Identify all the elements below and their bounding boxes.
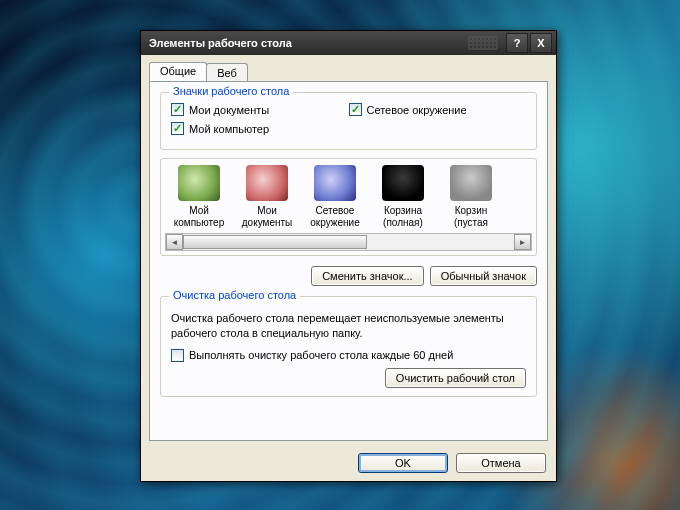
- check-label: Выполнять очистку рабочего стола каждые …: [189, 349, 453, 361]
- scroll-right-icon[interactable]: ►: [514, 234, 531, 250]
- cleanup-description: Очистка рабочего стола перемещает неиспо…: [171, 311, 526, 341]
- icon-label: (полная): [371, 217, 435, 229]
- cancel-button[interactable]: Отмена: [456, 453, 546, 473]
- icon-preview-strip: Мой компьютер Мои документы Сетевое окру…: [160, 158, 537, 256]
- dialog-buttons: OK Отмена: [358, 453, 546, 473]
- window-title: Элементы рабочего стола: [149, 37, 468, 49]
- icon-label: компьютер: [167, 217, 231, 229]
- icon-label: окружение: [303, 217, 367, 229]
- scroll-track[interactable]: [183, 235, 514, 249]
- my-documents-icon: [246, 165, 288, 201]
- group-desktop-cleanup: Очистка рабочего стола Очистка рабочего …: [160, 296, 537, 397]
- titlebar[interactable]: Элементы рабочего стола ? X: [141, 31, 556, 55]
- clean-desktop-button[interactable]: Очистить рабочий стол: [385, 368, 526, 388]
- check-label: Мой компьютер: [189, 123, 269, 135]
- group-desktop-icons: Значки рабочего стола Мои документы Сете…: [160, 92, 537, 150]
- icon-label: Корзина: [371, 205, 435, 217]
- icon-item-my-computer[interactable]: Мой компьютер: [167, 165, 231, 229]
- check-cleanup-60-days[interactable]: Выполнять очистку рабочего стола каждые …: [171, 349, 526, 362]
- my-computer-icon: [178, 165, 220, 201]
- group-cleanup-title: Очистка рабочего стола: [169, 289, 300, 301]
- close-button[interactable]: X: [530, 33, 552, 53]
- tab-general[interactable]: Общие: [149, 62, 207, 81]
- scroll-thumb[interactable]: [183, 235, 367, 249]
- change-icon-button[interactable]: Сменить значок...: [311, 266, 424, 286]
- tab-web[interactable]: Веб: [206, 63, 248, 82]
- tab-strip: Общие Веб: [149, 61, 247, 80]
- titlebar-grip-icon: [468, 36, 498, 50]
- dialog-window: Элементы рабочего стола ? X Общие Веб Зн…: [140, 30, 557, 482]
- group-desktop-icons-title: Значки рабочего стола: [169, 85, 293, 97]
- icon-label: Мой: [167, 205, 231, 217]
- check-network-places[interactable]: Сетевое окружение: [349, 103, 527, 116]
- icon-item-network[interactable]: Сетевое окружение: [303, 165, 367, 229]
- check-label: Мои документы: [189, 104, 269, 116]
- tab-page-general: Значки рабочего стола Мои документы Сете…: [149, 81, 548, 441]
- icon-item-recycle-empty[interactable]: Корзин (пустая: [439, 165, 503, 229]
- check-label: Сетевое окружение: [367, 104, 467, 116]
- checkbox-icon: [349, 103, 362, 116]
- icon-label: Мои: [235, 205, 299, 217]
- checkbox-icon: [171, 103, 184, 116]
- default-icon-button[interactable]: Обычный значок: [430, 266, 537, 286]
- recycle-bin-empty-icon: [450, 165, 492, 201]
- icon-label: Корзин: [439, 205, 503, 217]
- icon-label: документы: [235, 217, 299, 229]
- icon-item-recycle-full[interactable]: Корзина (полная): [371, 165, 435, 229]
- checkbox-icon: [171, 349, 184, 362]
- desktop-wallpaper: Элементы рабочего стола ? X Общие Веб Зн…: [0, 0, 680, 510]
- check-my-computer[interactable]: Мой компьютер: [171, 122, 349, 135]
- scroll-left-icon[interactable]: ◄: [166, 234, 183, 250]
- check-my-documents[interactable]: Мои документы: [171, 103, 349, 116]
- ok-button[interactable]: OK: [358, 453, 448, 473]
- horizontal-scrollbar[interactable]: ◄ ►: [165, 233, 532, 251]
- client-area: Общие Веб Значки рабочего стола Мои доку…: [141, 55, 556, 481]
- help-button[interactable]: ?: [506, 33, 528, 53]
- icon-label: (пустая: [439, 217, 503, 229]
- icon-item-my-documents[interactable]: Мои документы: [235, 165, 299, 229]
- recycle-bin-full-icon: [382, 165, 424, 201]
- network-icon: [314, 165, 356, 201]
- icon-label: Сетевое: [303, 205, 367, 217]
- checkbox-icon: [171, 122, 184, 135]
